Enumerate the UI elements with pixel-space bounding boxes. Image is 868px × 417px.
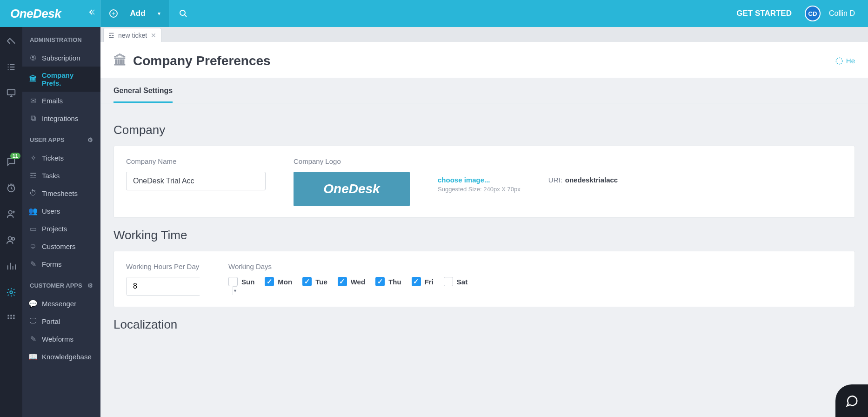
sidebar-item-integrations[interactable]: ⧉Integrations bbox=[22, 109, 100, 127]
svg-point-13 bbox=[836, 58, 842, 64]
customers-icon: ☺ bbox=[29, 242, 37, 250]
ticket-small-icon: ☲ bbox=[108, 32, 114, 39]
svg-point-0 bbox=[180, 10, 185, 15]
section-working-time: Working Time bbox=[114, 228, 855, 242]
tab-new-ticket[interactable]: ☲ new ticket ✕ bbox=[103, 28, 161, 42]
search-button[interactable] bbox=[169, 0, 197, 27]
chat-fab[interactable] bbox=[835, 384, 868, 417]
avatar[interactable]: CD bbox=[805, 6, 821, 21]
sidebar: ADMINISTRATION ⑤Subscription 🏛Company Pr… bbox=[22, 27, 100, 417]
company-logo-preview: OneDesk bbox=[294, 172, 410, 206]
rail-messages-icon[interactable]: 11 bbox=[6, 156, 17, 168]
sidebar-item-tasks[interactable]: ☲Tasks bbox=[22, 167, 100, 184]
forms-icon: ✎ bbox=[29, 260, 37, 268]
rail-ticket-icon[interactable] bbox=[6, 35, 17, 47]
subtab-general-settings[interactable]: General Settings bbox=[114, 78, 173, 103]
logo: OneDesk bbox=[10, 7, 61, 21]
sidebar-item-tickets[interactable]: ✧Tickets bbox=[22, 149, 100, 167]
day-fri[interactable]: ✓Fri bbox=[412, 277, 434, 286]
add-label: Add bbox=[130, 9, 145, 18]
gear-icon[interactable]: ⚙ bbox=[87, 282, 93, 289]
company-name-label: Company Name bbox=[126, 157, 266, 165]
chevron-down-icon: ▾ bbox=[158, 10, 160, 17]
portal-icon: 🖵 bbox=[29, 317, 37, 325]
add-button[interactable]: + Add ▾ bbox=[100, 0, 169, 27]
username[interactable]: Collin D bbox=[829, 9, 868, 18]
checkbox[interactable]: ✓ bbox=[302, 277, 312, 286]
close-icon[interactable]: ✕ bbox=[151, 32, 156, 39]
plus-icon: + bbox=[109, 9, 118, 18]
sidebar-item-messenger[interactable]: 💬Messenger bbox=[22, 295, 100, 312]
checkbox[interactable]: ✓ bbox=[375, 277, 385, 286]
svg-point-5 bbox=[12, 238, 15, 241]
sidebar-item-webforms[interactable]: ✎Webforms bbox=[22, 330, 100, 348]
uri-display: URI:onedesktrialacc bbox=[548, 157, 618, 184]
tasks-icon: ☲ bbox=[29, 171, 37, 180]
rail-monitor-icon[interactable] bbox=[6, 87, 17, 99]
sidebar-item-company-prefs[interactable]: 🏛Company Prefs. bbox=[22, 67, 100, 92]
sidebar-item-emails[interactable]: ✉Emails bbox=[22, 92, 100, 109]
gear-icon[interactable]: ⚙ bbox=[87, 136, 93, 143]
rail-analytics-icon[interactable] bbox=[6, 261, 17, 272]
company-card: Company Name Company Logo OneDesk choose… bbox=[114, 146, 855, 218]
collapse-sidebar-icon[interactable] bbox=[87, 8, 95, 16]
rail-clock-icon[interactable] bbox=[6, 182, 17, 194]
working-hours-input[interactable]: ▲▼ bbox=[126, 277, 200, 296]
sidebar-item-knowledgebase[interactable]: 📖Knowledgebase bbox=[22, 348, 100, 365]
day-tue[interactable]: ✓Tue bbox=[302, 277, 327, 286]
get-started-link[interactable]: GET STARTED bbox=[723, 9, 805, 18]
checkbox[interactable]: ✓ bbox=[338, 277, 347, 286]
svg-rect-12 bbox=[13, 317, 14, 319]
day-sat[interactable]: Sat bbox=[444, 277, 467, 286]
clock-icon: ⏱ bbox=[29, 189, 37, 197]
content: Company Company Name Company Logo OneDes… bbox=[100, 103, 868, 368]
tabstrip: ☲ new ticket ✕ bbox=[100, 27, 868, 42]
day-mon[interactable]: ✓Mon bbox=[265, 277, 292, 286]
rail-user-money-icon[interactable] bbox=[6, 208, 17, 220]
sidebar-item-forms[interactable]: ✎Forms bbox=[22, 255, 100, 273]
company-icon: 🏛 bbox=[29, 75, 37, 83]
section-localization: Localization bbox=[114, 317, 855, 332]
help-link[interactable]: He bbox=[835, 57, 855, 65]
svg-rect-7 bbox=[8, 315, 9, 316]
checkbox[interactable] bbox=[444, 277, 453, 286]
sidebar-item-customers[interactable]: ☺Customers bbox=[22, 237, 100, 255]
message-badge: 11 bbox=[10, 153, 20, 159]
section-customer-apps: CUSTOMER APPS⚙ bbox=[22, 273, 100, 295]
day-wed[interactable]: ✓Wed bbox=[338, 277, 365, 286]
checkbox[interactable]: ✓ bbox=[265, 277, 274, 286]
rail-users-icon[interactable] bbox=[6, 235, 17, 246]
svg-rect-9 bbox=[13, 315, 14, 316]
section-user-apps: USER APPS⚙ bbox=[22, 127, 100, 149]
step-down-icon[interactable]: ▼ bbox=[233, 287, 237, 296]
checkbox[interactable]: ✓ bbox=[412, 277, 421, 286]
rail-tasks-icon[interactable] bbox=[6, 61, 17, 73]
subscription-icon: ⑤ bbox=[29, 54, 37, 62]
topbar: OneDesk + Add ▾ GET STARTED CD Collin D bbox=[0, 0, 868, 27]
messenger-icon: 💬 bbox=[29, 299, 37, 308]
company-logo-label: Company Logo bbox=[294, 157, 410, 165]
page-title: 🏛 Company Preferences bbox=[114, 53, 271, 68]
section-company: Company bbox=[114, 123, 855, 137]
sidebar-item-users[interactable]: 👥Users bbox=[22, 202, 100, 220]
subtabs: General Settings bbox=[100, 78, 868, 103]
projects-icon: ▭ bbox=[29, 224, 37, 233]
webforms-icon: ✎ bbox=[29, 335, 37, 343]
sidebar-item-portal[interactable]: 🖵Portal bbox=[22, 312, 100, 330]
working-days-label: Working Days bbox=[228, 262, 467, 270]
sidebar-item-timesheets[interactable]: ⏱Timesheets bbox=[22, 184, 100, 202]
checkbox[interactable] bbox=[228, 277, 238, 286]
day-thu[interactable]: ✓Thu bbox=[375, 277, 401, 286]
day-sun[interactable]: Sun bbox=[228, 277, 254, 286]
logo-area: OneDesk bbox=[0, 0, 100, 27]
section-administration: ADMINISTRATION bbox=[22, 27, 100, 49]
sidebar-item-subscription[interactable]: ⑤Subscription bbox=[22, 49, 100, 67]
rail-settings-icon[interactable] bbox=[6, 287, 17, 298]
book-icon: 📖 bbox=[29, 352, 37, 361]
choose-image-link[interactable]: choose image... bbox=[438, 176, 521, 184]
rail-grid-icon[interactable] bbox=[6, 313, 17, 324]
sidebar-item-projects[interactable]: ▭Projects bbox=[22, 220, 100, 237]
svg-rect-1 bbox=[7, 90, 15, 95]
ticket-icon: ✧ bbox=[29, 154, 37, 162]
company-name-input[interactable] bbox=[126, 172, 266, 190]
